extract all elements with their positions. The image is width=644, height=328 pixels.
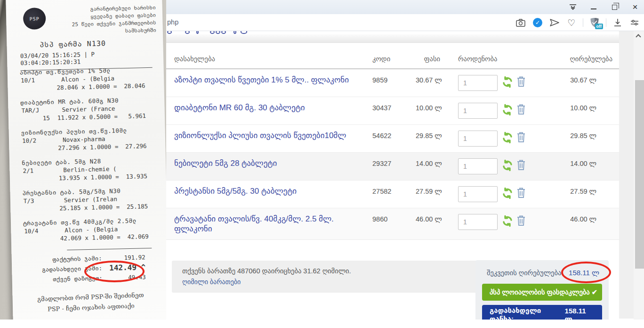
settings-sliders-icon[interactable] (629, 17, 640, 28)
refresh-quantity-icon[interactable] (501, 76, 514, 90)
line-total: 10.00 ლ (524, 103, 619, 119)
smile-points-text: თქვენს ბარათზე 487060 დაირიცხება 31.62 ღ… (182, 267, 489, 275)
receipt-item-qty (39, 174, 51, 183)
receipt-item-qty (37, 84, 49, 92)
receipt-item-calc: 27.296 x 1.0000 = (58, 143, 118, 152)
product-price: 30.67 ლ (416, 75, 440, 91)
quantity-input[interactable] (458, 103, 498, 119)
receipt-item: პრესტანსი ტაბ. 5მგ/5მგ N30 T/3Servier (I… (10, 186, 166, 213)
smile-points-info-box: თქვენს ბარათზე 487060 დაირიცხება 31.62 ღ… (172, 261, 499, 293)
product-link[interactable]: დიაბეტონი MR 60 მგ. 30 ტაბლეტი (174, 103, 305, 113)
cart-row: ვიზიონლუქსი პლიუსი თვალის წვეთები10მლ 54… (166, 125, 619, 153)
product-price: 27.59 ლ (416, 186, 440, 202)
collapse-toolbar-icon[interactable] (569, 3, 577, 11)
url-text[interactable]: php (167, 18, 178, 26)
header-price: ფასი (416, 55, 440, 63)
clipped-text-row (166, 31, 619, 34)
receipt-item-ref: 10/1 (21, 76, 48, 84)
cart-table: დასახელება კოდი ფასი რაოდენობა ღირებულებ… (166, 50, 619, 240)
line-total: 14.00 ლ (524, 158, 619, 174)
scrollbar-thumb[interactable] (635, 80, 644, 269)
receipt-totals: ფაქტურის ჯამი:191.92 გადასახდელი ჯამი:14… (12, 252, 166, 285)
receipt-item-maker: Novax-pharma (63, 135, 105, 144)
page-header-strip (166, 34, 619, 43)
receipt-item-qty: 15 (38, 114, 50, 123)
receipt-total-label: თქვენ დაზოგეთ: (53, 273, 103, 284)
product-code: 54622 (372, 131, 416, 147)
receipt-total-label: გადასახდელი ჯამი: (42, 263, 102, 274)
receipt-total-value: 49.43 (102, 272, 145, 283)
receipt-item-total: 25.185 (127, 202, 148, 211)
product-link[interactable]: ნებილეტი 5მგ 28 ტაბლეტი (174, 158, 277, 168)
receipt-footer: გმადლობთ რომ PSP-ში შეიძინეთ PSP - ჩემი … (12, 289, 166, 316)
receipt-item-qty (40, 205, 52, 213)
receipt-paid-amount: 142.49 ^ (102, 262, 145, 273)
refresh-quantity-icon[interactable] (501, 104, 514, 118)
order-total-label: შეკვეთის ღირებულება: (487, 269, 563, 277)
receipt-item-ref: 2/1 (23, 166, 50, 175)
toolbar-divider (583, 18, 583, 27)
receipt-item-calc: 11.922 x 0.5000 = (57, 113, 118, 122)
receipt-paper: PSP გარანტირებული ხარისხი ყველაზე დაბალი… (6, 0, 166, 320)
receipt-items: აზოპტი თვ.წვეთები 1% 5მლ 10/1Alcon - (Be… (8, 65, 166, 249)
quantity-input[interactable] (458, 186, 498, 202)
cart-page: დასახელება კოდი ფასი რაოდენობა ღირებულებ… (166, 31, 644, 320)
protect-shield-icon[interactable]: ✓ (532, 17, 543, 28)
share-send-icon[interactable] (549, 17, 560, 28)
product-link[interactable]: პრესტანსი 5მგ/5მგ. 30 ტაბლეტი (174, 186, 297, 196)
product-code: 9859 (372, 75, 416, 91)
receipt-item: აზოპტი თვ.წვეთები 1% 5მლ 10/1Alcon - (Be… (8, 65, 164, 93)
receipt-header-line: 25 წელი თქვენი ჯანმრთელობის სამსახურში (43, 19, 156, 37)
payable-amount-bar: გადასახდელი თანხა: 158.11 ლ (482, 305, 602, 320)
receipt-item-ref: 10/2 (22, 136, 49, 145)
adguard-icon[interactable]: off (589, 17, 600, 28)
receipt-item-total: 27.296 (125, 142, 147, 150)
close-button[interactable]: × (631, 3, 639, 11)
scroll-up-icon[interactable] (636, 34, 641, 39)
receipt-item: დიაბეტონი MR ტაბ. 60მგ N30 TAR/JServier … (8, 95, 165, 123)
refresh-quantity-icon[interactable] (501, 159, 514, 173)
refresh-quantity-icon[interactable] (501, 131, 514, 146)
restore-button[interactable] (610, 3, 619, 11)
screenshot-root: PSP გარანტირებული ხარისხი ყველაზე დაბალი… (0, 0, 644, 328)
product-link[interactable]: ვიზიონლუქსი პლიუსი თვალის წვეთები10მლ (174, 131, 346, 140)
receipt-item: ვიზიონლუქსი პლუსი თვ.წვ.10მლ 10/2Novax-p… (8, 125, 165, 153)
cart-row: აზოპტი თვალის წვეთები 1% 5 მლ.. ფლაკონი … (166, 69, 619, 97)
smile-cards-link[interactable]: ღიმილი ბარათები (182, 278, 241, 286)
vertical-scrollbar[interactable] (634, 31, 644, 320)
receipt-item: ტრავატანი თვ.წვ 40მკგ/მლ 2.5მლ 10/4Alcon… (11, 216, 166, 244)
receipt-header: გარანტირებული ხარისხი ყველაზე დაბალი ფას… (43, 4, 156, 37)
receipt-item-total: 42.069 (127, 232, 149, 241)
browser-window: × php ✓ ♡ off (166, 0, 644, 320)
product-link[interactable]: ტრავატანი თვალის/წვ. 40მკგ/მლ. 2.5 მლ. ფ… (174, 214, 372, 234)
product-price: 46.00 ლ (416, 214, 440, 234)
product-link[interactable]: აზოპტი თვალის წვეთები 1% 5 მლ.. ფლაკონი (174, 75, 349, 85)
refresh-quantity-icon[interactable] (501, 187, 514, 201)
receipt-divider (67, 248, 152, 250)
download-icon[interactable] (612, 17, 623, 28)
receipt-item-ref: T/3 (24, 197, 51, 205)
minimize-button[interactable] (589, 3, 598, 11)
toolbar-divider (606, 18, 606, 27)
quantity-input[interactable] (458, 158, 498, 174)
payable-label: გადასახდელი თანხა: (490, 306, 565, 320)
cart-row: პრესტანსი 5მგ/5მგ. 30 ტაბლეტი 27582 27.5… (166, 180, 619, 208)
line-total: 46.00 ლ (524, 214, 619, 234)
line-total: 29.85 ლ (524, 131, 619, 147)
receipt-item-calc: 13.935 x 1.0000 = (59, 172, 119, 182)
product-code: 27582 (372, 186, 416, 202)
receipt-item-total: 5.961 (128, 112, 146, 120)
screenshot-camera-icon[interactable] (515, 17, 526, 28)
receipt-item: ნებილეტი ტაბ. 5მგ N28 2/1Berlin-chemie (… (9, 156, 166, 183)
psp-loyalty-discount-button[interactable]: პსპ ლოიალობის ფასდაკლება ✔ (482, 284, 602, 301)
receipt-item-calc: 42.069 x 1.0000 = (60, 233, 121, 242)
quantity-input[interactable] (458, 75, 498, 91)
refresh-quantity-icon[interactable] (501, 215, 514, 229)
cart-row: ტრავატანი თვალის/წვ. 40მკგ/მლ. 2.5 მლ. ფ… (166, 208, 619, 240)
quantity-input[interactable] (458, 131, 498, 147)
browser-titlebar: × (166, 0, 644, 14)
bookmarks-heart-icon[interactable]: ♡ (566, 17, 577, 28)
receipt-item-ref: TAR/J (21, 106, 48, 115)
quantity-input[interactable] (458, 214, 498, 230)
receipt-total-value: 191.92 (102, 252, 145, 263)
